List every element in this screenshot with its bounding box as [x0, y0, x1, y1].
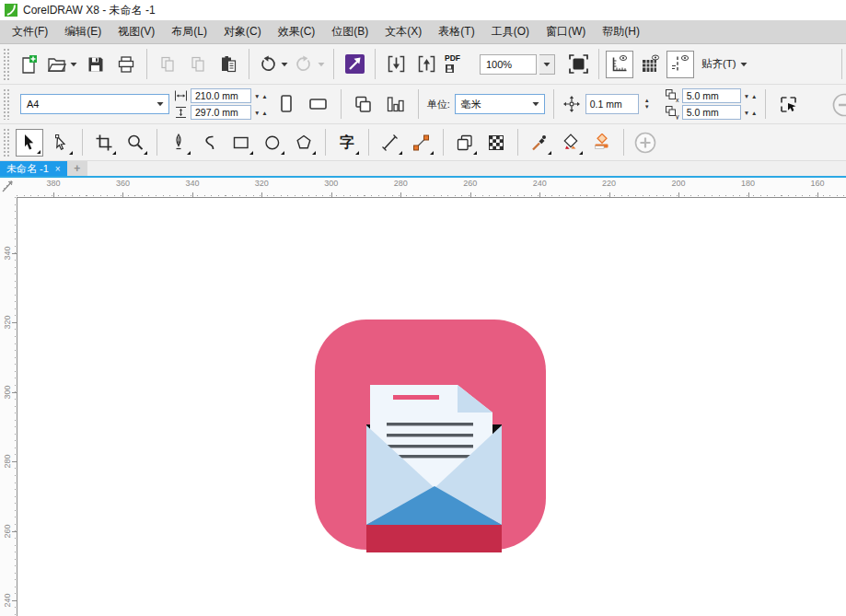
toolbox-separator — [325, 129, 326, 156]
toolbar-grip[interactable] — [3, 48, 9, 80]
ruler-number: 240 — [3, 593, 12, 608]
import-button[interactable] — [382, 51, 410, 78]
ruler-minor-ticks — [15, 197, 16, 616]
connector-tool[interactable] — [408, 129, 435, 157]
landscape-icon — [307, 94, 330, 114]
ruler-number: 280 — [394, 179, 408, 188]
line-tool[interactable] — [377, 129, 404, 157]
pick-tool-icon — [20, 134, 39, 152]
menu-item[interactable]: 工具(O) — [483, 20, 538, 43]
menu-item[interactable]: 位图(B) — [323, 20, 377, 43]
tab-close-icon[interactable]: × — [55, 164, 61, 174]
nudge-spinner[interactable]: ▲▼ — [644, 98, 650, 110]
menu-item[interactable]: 对象(C) — [215, 20, 270, 43]
add-tools-plus-icon — [633, 131, 657, 155]
document-tab-label: 未命名 -1 — [6, 162, 49, 176]
print-button[interactable] — [112, 51, 140, 78]
shape-tool-icon — [52, 134, 70, 152]
undo-button[interactable] — [256, 51, 290, 78]
rulers-toggle-button[interactable] — [606, 51, 633, 78]
paste-button[interactable] — [214, 51, 242, 78]
propbar-separator — [341, 89, 342, 119]
menu-item[interactable]: 文本(X) — [377, 20, 430, 43]
crop-tool-icon — [95, 134, 113, 152]
text-tool[interactable]: 字 — [333, 129, 361, 157]
ruler-number: 320 — [255, 179, 269, 188]
menu-item[interactable]: 帮助(H) — [594, 20, 648, 43]
new-document-tab-button[interactable]: + — [67, 161, 87, 176]
duplicate-y-field[interactable]: 5.0 mm — [682, 105, 741, 120]
ruler-origin-icon[interactable] — [1, 179, 15, 194]
menu-item[interactable]: 文件(F) — [4, 20, 56, 43]
rulers-eye-icon — [609, 53, 631, 75]
horizontal-ruler[interactable]: 380360340320300280260240220200180160 — [0, 178, 846, 197]
facing-pages-button[interactable] — [382, 89, 410, 119]
all-pages-button[interactable] — [350, 89, 377, 119]
zoom-level-caret[interactable] — [539, 54, 555, 75]
propbar-grip[interactable] — [3, 88, 9, 120]
page-height-spinner[interactable]: ▼ ▲ — [254, 110, 268, 116]
email-envelope-artwork[interactable] — [315, 320, 546, 552]
pen-tool[interactable] — [165, 129, 192, 157]
smart-fill-tool[interactable] — [588, 129, 616, 157]
zoom-tool[interactable] — [122, 129, 149, 157]
vertical-ruler[interactable]: 340320300280260240 — [0, 197, 17, 616]
menu-item[interactable]: 效果(C) — [270, 20, 324, 43]
flyout-triangle — [112, 151, 116, 155]
transparency-tool[interactable] — [482, 129, 510, 157]
export-arrow-up-icon — [417, 54, 436, 74]
caret-down-icon — [156, 101, 164, 107]
canvas[interactable]: 340320300280260240 — [0, 197, 846, 616]
landscape-button[interactable] — [305, 89, 332, 119]
page-height-field[interactable]: 297.0 mm — [191, 105, 251, 120]
redo-button[interactable] — [293, 51, 327, 78]
ellipse-tool[interactable] — [259, 129, 286, 157]
duplicate-x-field[interactable]: 5.0 mm — [682, 88, 741, 103]
export-button[interactable] — [412, 51, 440, 78]
menu-item[interactable]: 视图(V) — [110, 20, 163, 43]
page-size-preset-combobox[interactable]: A4 — [20, 94, 169, 114]
treat-as-filled-button[interactable] — [774, 89, 802, 119]
facing-pages-icon — [385, 94, 406, 115]
crop-tool[interactable] — [90, 129, 118, 157]
document-tab-active[interactable]: 未命名 -1 × — [0, 161, 67, 176]
rectangle-tool[interactable] — [227, 129, 255, 157]
units-combobox[interactable]: 毫米 — [455, 94, 545, 114]
page-width-spinner[interactable]: ▼ ▲ — [254, 93, 268, 99]
copy-button[interactable] — [184, 51, 212, 78]
page-width-field[interactable]: 210.0 mm — [191, 88, 251, 103]
snap-to-dropdown[interactable]: 贴齐(T) — [697, 51, 752, 78]
zoom-level-combobox[interactable]: 100% — [480, 54, 537, 75]
publish-pdf-button[interactable]: PDF — [443, 51, 470, 78]
pick-tool[interactable] — [16, 129, 43, 157]
menu-item[interactable]: 布局(L) — [163, 20, 215, 43]
polygon-tool[interactable] — [290, 129, 318, 157]
duplicate-y-spinner[interactable]: ▼ ▲ — [744, 110, 758, 116]
cut-button[interactable] — [154, 51, 181, 78]
menu-item[interactable]: 表格(T) — [430, 20, 482, 43]
new-document-button[interactable] — [15, 51, 42, 78]
duplicate-x-spinner[interactable]: ▼ ▲ — [744, 93, 758, 99]
toolbox-grip[interactable] — [3, 128, 9, 157]
eyedropper-tool[interactable] — [526, 129, 553, 157]
open-button[interactable] — [45, 51, 79, 78]
flyout-triangle — [69, 151, 73, 155]
grid-toggle-button[interactable] — [636, 51, 664, 78]
ruler-number: 340 — [185, 179, 199, 188]
guidelines-toggle-button[interactable] — [666, 51, 694, 78]
app-launcher-button[interactable] — [341, 51, 368, 78]
svg-text:x: x — [676, 97, 679, 103]
collapse-minus-icon[interactable] — [831, 92, 846, 118]
toolbar-separator — [146, 49, 147, 79]
fullscreen-preview-button[interactable] — [564, 51, 592, 78]
nudge-distance-field[interactable]: 0.1 mm — [585, 94, 639, 114]
shape-tool[interactable] — [47, 129, 75, 157]
bezier-curve-tool[interactable] — [196, 129, 224, 157]
add-tools-button[interactable] — [632, 129, 659, 157]
drop-shadow-tool[interactable] — [451, 129, 479, 157]
save-button[interactable] — [82, 51, 110, 78]
interactive-fill-tool[interactable] — [557, 129, 585, 157]
portrait-button[interactable] — [272, 89, 300, 119]
menu-item[interactable]: 编辑(E) — [56, 20, 110, 43]
menu-item[interactable]: 窗口(W) — [538, 20, 594, 43]
